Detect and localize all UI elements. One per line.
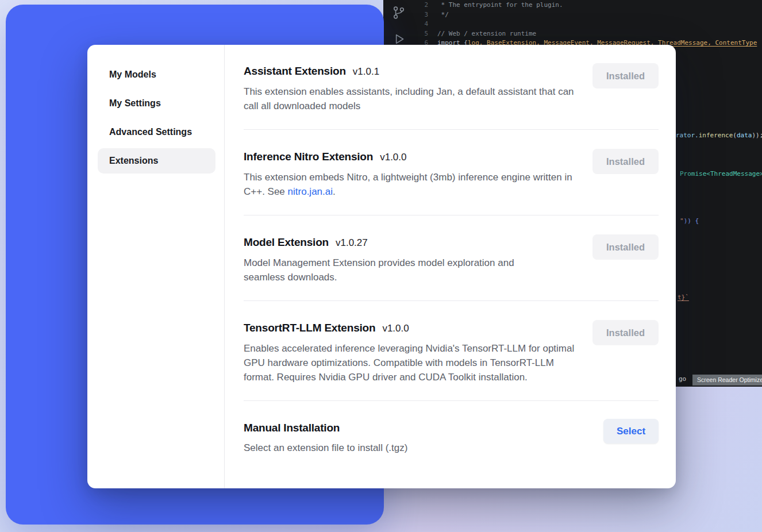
- extension-title-row: Manual Installation: [244, 420, 659, 436]
- extension-title: Model Extension: [244, 234, 329, 250]
- code-token: (: [733, 132, 737, 139]
- code-fragment: ")) {: [680, 217, 699, 225]
- extension-item-model: Model Extension v1.0.27 Model Management…: [244, 215, 659, 301]
- installed-button[interactable]: Installed: [592, 320, 659, 345]
- manual-installation-section: Manual Installation Select an extension …: [244, 401, 659, 471]
- extension-version: v1.0.0: [380, 149, 406, 165]
- code-token: data: [737, 132, 752, 139]
- code-token: )) {: [684, 217, 699, 225]
- extension-description: Enables accelerated inference leveraging…: [244, 341, 580, 384]
- code-comment: // Web / extension runtime: [437, 29, 536, 39]
- statusbar-screen-reader-badge: Screen Reader Optimize: [692, 375, 762, 385]
- extension-item-assistant: Assistant Extension v1.0.1 This extensio…: [244, 45, 659, 130]
- sidebar-item-my-settings[interactable]: My Settings: [98, 91, 215, 116]
- line-number: 4: [383, 20, 437, 29]
- code-fragment: Promise<ThreadMessage>: [680, 170, 762, 178]
- code-line: 2 * The entrypoint for the plugin.: [383, 1, 762, 10]
- code-token: ));: [752, 132, 762, 139]
- extension-title: TensortRT-LLM Extension: [244, 320, 375, 336]
- code-token: rator.: [676, 132, 699, 139]
- code-fragment: t}`: [678, 294, 689, 301]
- code-line: 5// Web / extension runtime: [383, 29, 762, 39]
- code-token: inference: [699, 132, 733, 139]
- code-comment: * The entrypoint for the plugin.: [437, 1, 563, 10]
- line-number: 2: [383, 1, 437, 10]
- extension-item-inference-nitro: Inference Nitro Extension v1.0.0 This ex…: [244, 130, 659, 215]
- extensions-list: Assistant Extension v1.0.1 This extensio…: [225, 45, 676, 488]
- sidebar-item-extensions[interactable]: Extensions: [98, 148, 215, 174]
- nitro-jan-ai-link[interactable]: nitro.jan.ai: [288, 186, 333, 197]
- extension-description: This extension enables assistants, inclu…: [244, 84, 586, 113]
- manual-installation-description: Select an extension file to install (.tg…: [244, 441, 600, 455]
- description-text: .: [333, 186, 336, 197]
- installed-button[interactable]: Installed: [592, 149, 659, 174]
- select-file-button[interactable]: Select: [603, 419, 659, 444]
- statusbar-language-mode: go: [679, 375, 686, 383]
- extension-title: Inference Nitro Extension: [244, 149, 373, 165]
- installed-button[interactable]: Installed: [592, 63, 659, 88]
- code-line: 4: [383, 20, 762, 29]
- code-token: ": [680, 217, 684, 225]
- code-fragment: rator.inference(data));: [676, 132, 762, 139]
- installed-button[interactable]: Installed: [592, 234, 659, 260]
- extension-description: This extension embeds Nitro, a lightweig…: [244, 170, 574, 199]
- settings-sidebar: My Models My Settings Advanced Settings …: [87, 45, 225, 488]
- sidebar-item-my-models[interactable]: My Models: [98, 62, 215, 87]
- line-number: 5: [383, 29, 437, 39]
- settings-modal: My Models My Settings Advanced Settings …: [87, 45, 676, 488]
- code-lines: 2 * The entrypoint for the plugin. 3 */ …: [383, 1, 762, 48]
- extension-version: v1.0.27: [336, 235, 368, 251]
- extension-item-tensorrt-llm: TensortRT-LLM Extension v1.0.0 Enables a…: [244, 301, 659, 401]
- line-number: 3: [383, 10, 437, 20]
- code-comment: */: [437, 10, 449, 20]
- extension-version: v1.0.0: [382, 321, 409, 337]
- code-line: 3 */: [383, 10, 762, 20]
- extension-description: Model Management Extension provides mode…: [244, 256, 548, 284]
- extension-version: v1.0.1: [353, 64, 379, 80]
- manual-installation-title: Manual Installation: [244, 420, 340, 436]
- sidebar-item-advanced-settings[interactable]: Advanced Settings: [98, 119, 215, 145]
- extension-title: Assistant Extension: [244, 63, 346, 79]
